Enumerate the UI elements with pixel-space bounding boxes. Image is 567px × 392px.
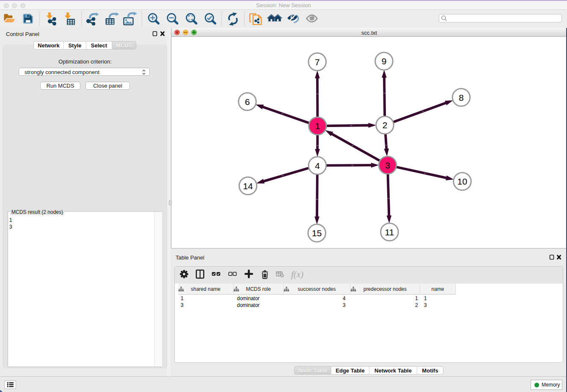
svg-text:10: 10 xyxy=(457,177,467,186)
svg-text:6: 6 xyxy=(245,97,250,107)
svg-text:11: 11 xyxy=(385,227,394,237)
svg-text:2: 2 xyxy=(383,120,388,130)
svg-text:14: 14 xyxy=(243,181,253,191)
svg-text:1: 1 xyxy=(315,121,320,131)
svg-text:f(x): f(x) xyxy=(291,269,303,279)
svg-text:9: 9 xyxy=(382,56,387,66)
svg-text:15: 15 xyxy=(312,228,322,238)
svg-text:4: 4 xyxy=(315,161,320,171)
svg-text:8: 8 xyxy=(459,93,464,102)
svg-text:3: 3 xyxy=(385,160,390,170)
svg-text:7: 7 xyxy=(315,57,320,67)
